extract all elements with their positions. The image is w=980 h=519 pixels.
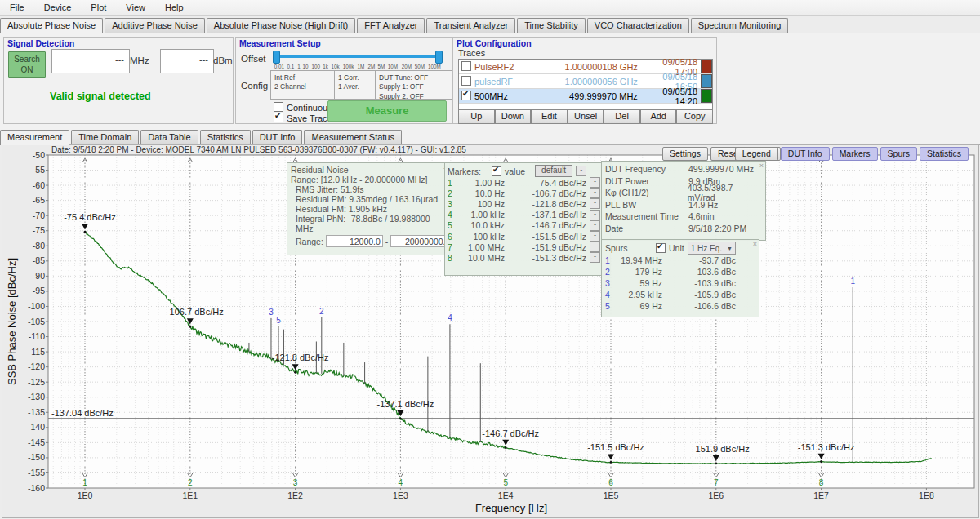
range-to-input[interactable]	[390, 235, 452, 247]
trace-visible-checkbox[interactable]	[461, 61, 471, 71]
marker-remove-button[interactable]: -	[590, 188, 600, 198]
dut-info-toggle-button[interactable]: DUT Info	[781, 147, 830, 161]
spur-row: 2179 Hz-103.6 dBc	[605, 266, 755, 277]
tab-fft-analyzer[interactable]: FFT Analyzer	[357, 18, 425, 33]
slider-track[interactable]	[274, 55, 442, 58]
plot-configuration-title: Plot Configuration	[457, 38, 532, 48]
default-button[interactable]: default	[535, 165, 572, 177]
continuous-checkbox[interactable]: Continuous	[274, 102, 332, 113]
offset-range-slider[interactable]: 0.010.11101001k10k100k1M2M5M10M20M50M100…	[274, 51, 442, 72]
trace-frequency: 1.000000056 GHz	[557, 77, 638, 86]
chevron-down-icon: ▼	[727, 246, 733, 251]
svg-text:-150: -150	[28, 452, 45, 462]
svg-text:1E2: 1E2	[287, 490, 303, 500]
svg-text:-151.9 dBc/Hz: -151.9 dBc/Hz	[693, 444, 750, 454]
value-checkbox[interactable]	[492, 166, 501, 176]
markers-panel[interactable]: Markers: value default - × 11.00 Hz-75.4…	[444, 162, 611, 276]
subtab-measurement[interactable]: Measurement	[0, 130, 69, 145]
menu-device[interactable]: Device	[34, 1, 82, 14]
frequency-readout[interactable]: ---	[51, 49, 130, 73]
edit-button[interactable]: Edit	[531, 109, 568, 124]
marker-row: 510.0 kHz-146.7 dBc/Hz-	[448, 220, 608, 231]
trace-row[interactable]: 500MHz499.999970 MHz09/05/18 14:20	[459, 89, 712, 104]
search-on-button[interactable]: Search ON	[8, 51, 46, 78]
add-button[interactable]: Add	[640, 109, 677, 124]
measurement-setup-title: Measurement Setup	[239, 38, 321, 48]
up-button[interactable]: Up	[458, 109, 495, 124]
unit-dropdown[interactable]: 1 Hz Eq. ▼	[688, 242, 736, 255]
marker-row: 11.00 Hz-75.4 dBc/Hz-	[448, 177, 608, 188]
dut-info-panel[interactable]: × DUT Frequency499.999970 MHzDUT Power9.…	[601, 161, 766, 241]
subtab-measurement-status[interactable]: Measurement Status	[304, 130, 402, 144]
menu-plot[interactable]: Plot	[81, 1, 116, 14]
dut-info-row: DUT Frequency499.999970 MHz	[605, 163, 762, 175]
trace-frequency: 1.000000108 GHz	[557, 62, 638, 72]
down-button[interactable]: Down	[495, 109, 532, 124]
svg-text:1: 1	[850, 277, 855, 286]
traces-label: Traces	[458, 48, 485, 58]
tab-additive-phase-noise[interactable]: Additive Phase Noise	[105, 18, 205, 33]
subtab-statistics[interactable]: Statistics	[200, 130, 251, 144]
collapse-button[interactable]: -	[576, 166, 586, 176]
svg-text:-106.7 dBc/Hz: -106.7 dBc/Hz	[167, 307, 224, 317]
menu-view[interactable]: View	[116, 1, 155, 14]
copy-button[interactable]: Copy	[676, 109, 713, 124]
range-from-input[interactable]	[326, 235, 383, 247]
svg-text:1E3: 1E3	[393, 490, 408, 500]
tab-vco-characterization[interactable]: VCO Characterization	[587, 18, 689, 33]
svg-text:-151.5 dBc/Hz: -151.5 dBc/Hz	[587, 442, 644, 452]
legend-toggle-button[interactable]: Legend	[735, 147, 778, 161]
marker-remove-button[interactable]: -	[590, 210, 600, 220]
svg-text:-115: -115	[29, 347, 45, 357]
marker-remove-button[interactable]: -	[590, 231, 600, 242]
subtab-data-table[interactable]: Data Table	[140, 130, 198, 144]
power-readout[interactable]: ---	[160, 49, 214, 73]
settings-button[interactable]: Settings	[662, 147, 708, 161]
svg-text:1E6: 1E6	[708, 490, 724, 500]
menu-help[interactable]: Help	[155, 1, 194, 14]
tab-spectrum-monitoring[interactable]: Spectrum Monitoring	[691, 18, 789, 33]
svg-text:-80: -80	[33, 241, 45, 251]
unsel-button[interactable]: Unsel	[568, 109, 604, 124]
marker-remove-button[interactable]: -	[590, 177, 600, 188]
tab-time-stability[interactable]: Time Stability	[517, 18, 586, 33]
svg-text:-85: -85	[33, 255, 45, 265]
spurs-toggle-button[interactable]: Spurs	[880, 147, 917, 161]
residual-noise-panel[interactable]: × Residual Noise Range: [12.0 kHz - 20.0…	[287, 162, 450, 255]
close-icon[interactable]: ×	[760, 162, 764, 170]
spur-row: 119.94 MHz-93.7 dBc	[605, 255, 755, 266]
slider-handle-low[interactable]	[273, 51, 280, 64]
trace-visible-checkbox[interactable]	[461, 76, 471, 86]
save-trace-checkbox[interactable]: Save Trace	[274, 113, 332, 123]
trace-visible-checkbox[interactable]	[461, 91, 471, 100]
tab-absolute-phase-noise[interactable]: Absolute Phase Noise	[0, 18, 103, 33]
marker-remove-button[interactable]: -	[590, 198, 600, 209]
svg-text:-125: -125	[28, 377, 45, 387]
svg-text:-145: -145	[28, 437, 45, 447]
tab-absolute-phase-noise-high-drift-[interactable]: Absolute Phase Noise (High Drift)	[207, 18, 355, 33]
subtab-dut-info[interactable]: DUT Info	[252, 130, 303, 144]
trace-timestamp: 09/05/18 14:20	[638, 86, 700, 106]
marker-remove-button[interactable]: -	[590, 220, 600, 231]
marker-remove-button[interactable]: -	[590, 252, 600, 263]
tab-transient-analyzer[interactable]: Transient Analyzer	[426, 18, 515, 33]
save-trace-checkbox-box[interactable]	[274, 113, 283, 122]
spurs-panel[interactable]: × Spurs Unit 1 Hz Eq. ▼ 119.94 MHz-93.7 …	[601, 239, 760, 317]
trace-frequency: 499.999970 MHz	[557, 91, 638, 101]
slider-handle-high[interactable]	[435, 51, 443, 64]
svg-text:-160: -160	[28, 483, 45, 493]
statistics-toggle-button[interactable]: Statistics	[920, 147, 969, 161]
close-icon[interactable]: ×	[753, 240, 757, 248]
trace-color-swatch	[701, 60, 712, 73]
marker-remove-button[interactable]: -	[590, 242, 600, 252]
del-button[interactable]: Del	[604, 109, 640, 124]
subtab-time-domain[interactable]: Time Domain	[71, 130, 139, 144]
spurs-checkbox[interactable]	[656, 243, 666, 253]
markers-toggle-button[interactable]: Markers	[832, 147, 878, 161]
power-unit: dBm	[213, 55, 233, 65]
phase-noise-analyzer-app: { "menu": {"items": ["File", "Device", "…	[0, 0, 980, 519]
measure-button[interactable]: Measure	[327, 100, 447, 122]
svg-text:-146.7 dBc/Hz: -146.7 dBc/Hz	[482, 428, 539, 438]
menu-file[interactable]: File	[0, 1, 34, 14]
dut-info-row: Date9/5/18 2:20 PM	[605, 223, 762, 235]
